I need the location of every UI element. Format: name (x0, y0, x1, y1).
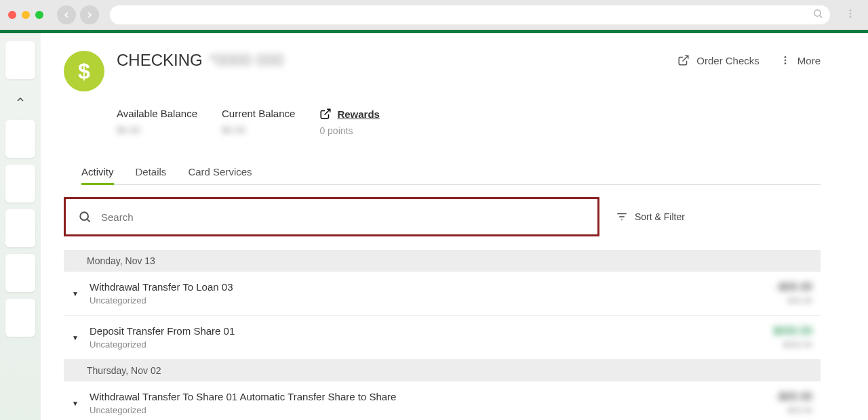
transaction-row[interactable]: ▼ Withdrawal Transfer To Share 01 Automa… (64, 381, 821, 420)
current-balance-label: Current Balance (222, 108, 295, 119)
more-button[interactable]: More (780, 55, 821, 66)
transaction-balance: $00.00 (776, 406, 812, 415)
svg-line-1 (820, 16, 822, 18)
transaction-row[interactable]: ▼ Deposit Transfer From Share 01 Uncateg… (64, 316, 821, 360)
expand-caret-icon[interactable]: ▼ (72, 400, 81, 407)
back-button[interactable] (57, 5, 76, 24)
sidebar-item[interactable] (5, 41, 35, 79)
rewards-value: 0 points (319, 125, 380, 136)
window-controls (8, 11, 43, 19)
transaction-title: Withdrawal Transfer To Loan 03 (90, 281, 768, 293)
svg-point-2 (850, 9, 852, 12)
search-box (64, 197, 599, 236)
tab-card-services[interactable]: Card Services (188, 159, 252, 184)
svg-point-4 (850, 16, 852, 18)
svg-point-7 (784, 60, 786, 62)
sidebar-collapse-button[interactable] (5, 86, 35, 113)
filter-icon (616, 211, 628, 223)
sidebar-item[interactable] (5, 209, 35, 247)
sidebar-item[interactable] (5, 120, 35, 158)
content-area: $ CHECKING *0000 000 Order Checks (41, 33, 868, 420)
tab-activity[interactable]: Activity (81, 159, 114, 184)
maximize-window-button[interactable] (35, 11, 43, 19)
close-window-button[interactable] (8, 11, 16, 19)
account-name: CHECKING (117, 51, 203, 70)
transaction-date-header: Monday, Nov 13 (64, 250, 821, 272)
more-icon (780, 55, 791, 66)
svg-point-6 (784, 56, 786, 58)
svg-point-10 (80, 212, 88, 220)
search-icon (78, 210, 92, 224)
sort-filter-label: Sort & Filter (635, 211, 685, 222)
expand-caret-icon[interactable]: ▼ (72, 290, 81, 297)
nav-buttons (57, 5, 99, 24)
sort-filter-button[interactable]: Sort & Filter (616, 211, 685, 223)
transaction-category: Uncategorized (90, 405, 768, 415)
expand-caret-icon[interactable]: ▼ (72, 334, 81, 341)
transaction-balance: $00.00 (776, 296, 812, 306)
external-link-icon (677, 54, 690, 66)
transaction-balance: $000.00 (773, 340, 812, 350)
available-balance-value: $0.00 (117, 125, 197, 135)
forward-button[interactable] (80, 5, 99, 24)
left-sidebar (0, 33, 41, 420)
current-balance-block: Current Balance $0.00 (222, 108, 295, 136)
transaction-date-header: Thursday, Nov 02 (64, 360, 821, 381)
transaction-title: Deposit Transfer From Share 01 (90, 325, 765, 337)
tab-details[interactable]: Details (136, 159, 167, 184)
transaction-amount: -$00.00 (776, 281, 812, 293)
transaction-amount: $000.00 (773, 325, 812, 337)
search-icon (812, 8, 823, 22)
search-row: Sort & Filter (64, 197, 821, 236)
transaction-category: Uncategorized (90, 339, 765, 350)
svg-point-8 (784, 62, 786, 64)
available-balance-block: Available Balance $0.00 (117, 108, 197, 136)
current-balance-value: $0.00 (222, 125, 295, 135)
account-header: $ CHECKING *0000 000 Order Checks (64, 51, 821, 91)
transactions-list: Monday, Nov 13 ▼ Withdrawal Transfer To … (64, 250, 821, 420)
rewards-label: Rewards (337, 108, 380, 120)
rewards-block: Rewards 0 points (319, 108, 380, 136)
svg-line-11 (87, 219, 90, 222)
tabs: Activity Details Card Services (81, 159, 821, 185)
transaction-title: Withdrawal Transfer To Share 01 Automati… (90, 391, 768, 402)
dollar-icon: $ (64, 51, 104, 91)
svg-line-5 (683, 56, 688, 61)
svg-point-3 (850, 13, 852, 15)
account-title: CHECKING *0000 000 (117, 51, 283, 70)
svg-line-9 (325, 109, 330, 114)
order-checks-button[interactable]: Order Checks (677, 54, 760, 66)
sidebar-item[interactable] (5, 299, 35, 337)
more-label: More (797, 55, 821, 66)
search-input[interactable] (101, 211, 585, 223)
transaction-amount: -$00.00 (776, 391, 812, 403)
sidebar-item[interactable] (5, 254, 35, 292)
svg-point-0 (814, 10, 821, 16)
sidebar-item[interactable] (5, 165, 35, 203)
account-number-masked: *0000 000 (210, 51, 283, 70)
available-balance-label: Available Balance (117, 108, 197, 119)
transaction-row[interactable]: ▼ Withdrawal Transfer To Loan 03 Uncateg… (64, 272, 821, 316)
rewards-link[interactable]: Rewards (319, 108, 380, 120)
browser-chrome (0, 0, 868, 30)
external-link-icon (319, 108, 332, 120)
url-bar[interactable] (110, 5, 830, 24)
minimize-window-button[interactable] (22, 11, 30, 19)
browser-menu-button[interactable] (841, 8, 860, 22)
transaction-category: Uncategorized (90, 295, 768, 306)
order-checks-label: Order Checks (696, 55, 760, 66)
balances-row: Available Balance $0.00 Current Balance … (117, 108, 821, 136)
